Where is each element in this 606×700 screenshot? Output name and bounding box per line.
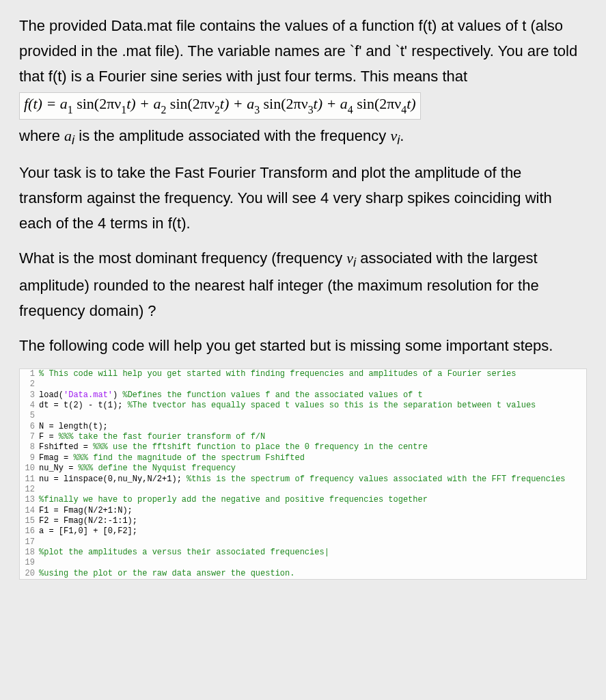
code-line: 13%finally we have to properly add the n…: [20, 495, 586, 505]
where-end: .: [400, 127, 404, 144]
t2-tail: t) +: [220, 95, 247, 112]
where-pre: where: [19, 127, 64, 144]
line-number: 9: [20, 453, 39, 463]
line-number: 3: [20, 390, 39, 401]
code-line: 15F2 = Fmag(N/2:-1:1);: [20, 516, 586, 526]
formula-lhs: f(t) =: [24, 95, 60, 112]
code-line: 8Fshifted = %%% use the fftshift functio…: [20, 442, 586, 453]
line-number: 20: [20, 569, 39, 579]
code-text: %using the plot or the raw data answer t…: [39, 569, 586, 579]
t1-tail: t) +: [126, 95, 153, 112]
code-line: 3load('Data.mat') %Defines the function …: [20, 390, 586, 401]
code-text: N = length(t);: [39, 422, 586, 432]
document-page: The provided Data.mat file contains the …: [0, 0, 606, 600]
code-line: 10nu_Ny = %%% define the Nyquist frequen…: [20, 463, 586, 474]
t4-a: a: [340, 95, 348, 112]
code-line: 20%using the plot or the raw data answer…: [20, 569, 586, 579]
t4-sin: sin(2πν: [353, 95, 402, 112]
line-number: 1: [20, 369, 39, 379]
t2-nu-sub: 2: [215, 104, 220, 116]
line-number: 16: [20, 526, 39, 537]
line-number: 14: [20, 506, 39, 516]
where-mid: is the amplitude associated with the fre…: [74, 127, 390, 144]
paragraph-question: What is the most dominant frequency (fre…: [19, 246, 587, 324]
code-text: [39, 379, 586, 390]
t4-nu-sub: 4: [401, 104, 407, 116]
code-text: dt = t(2) - t(1); %The tvector has equal…: [39, 401, 586, 411]
line-number: 5: [20, 411, 39, 421]
ai-a: a: [64, 127, 72, 144]
code-text: % This code will help you get started wi…: [39, 369, 586, 379]
code-text: a = [F1,0] + [0,F2];: [39, 526, 586, 537]
code-line: 18%plot the amplitudes a versus their as…: [20, 548, 586, 558]
code-text: [39, 537, 586, 548]
code-line: 16a = [F1,0] + [0,F2];: [20, 526, 586, 537]
vi-v: v: [390, 127, 397, 144]
t4-tail: t): [407, 95, 415, 112]
line-number: 2: [20, 379, 39, 390]
code-line: 17: [20, 537, 586, 548]
line-number: 7: [20, 432, 39, 442]
t1-nu-sub: 1: [121, 104, 126, 116]
code-text: [39, 558, 586, 568]
code-text: %finally we have to properly add the neg…: [39, 495, 586, 505]
code-line: 11nu = linspace(0,nu_Ny,N/2+1); %this is…: [20, 474, 586, 485]
code-line: 14F1 = Fmag(N/2+1:N);: [20, 506, 586, 516]
line-number: 6: [20, 422, 39, 432]
code-line: 1% This code will help you get started w…: [20, 369, 586, 379]
code-text: Fshifted = %%% use the fftshift function…: [39, 442, 586, 453]
code-text: [39, 485, 586, 495]
line-number: 10: [20, 463, 39, 474]
code-text: F2 = Fmag(N/2:-1:1);: [39, 516, 586, 526]
line-number: 15: [20, 516, 39, 526]
line-number: 8: [20, 442, 39, 453]
paragraph-code-intro: The following code will help you get sta…: [19, 334, 587, 359]
t3-sin: sin(2πν: [260, 95, 308, 112]
intro-text: The provided Data.mat file contains the …: [19, 17, 577, 85]
t1-sin: sin(2πν: [73, 95, 122, 112]
code-line: 9Fmag = %%% find the magnitude of the sp…: [20, 453, 586, 463]
formula-box: f(t) = a1 sin(2πν1t) + a2 sin(2πν2t) + a…: [19, 92, 421, 120]
t4-sub: 4: [348, 104, 353, 116]
code-text: F = %%% take the fast fourier transform …: [39, 432, 586, 442]
code-line: 4dt = t(2) - t(1); %The tvector has equa…: [20, 401, 586, 411]
line-number: 19: [20, 558, 39, 568]
code-text: nu = linspace(0,nu_Ny,N/2+1); %this is t…: [39, 474, 586, 485]
paragraph-task: Your task is to take the Fast Fourier Tr…: [19, 161, 587, 237]
code-line: 7F = %%% take the fast fourier transform…: [20, 432, 586, 442]
line-number: 13: [20, 495, 39, 505]
code-line: 2: [20, 379, 586, 390]
t3-nu-sub: 3: [308, 104, 314, 116]
code-text: Fmag = %%% find the magnitude of the spe…: [39, 453, 586, 463]
code-text: F1 = Fmag(N/2+1:N);: [39, 506, 586, 516]
t3-sub: 3: [254, 104, 260, 116]
t3-a: a: [247, 95, 254, 112]
paragraph-intro: The provided Data.mat file contains the …: [19, 14, 587, 151]
code-line: 12: [20, 485, 586, 495]
q-pre: What is the most dominant frequency (fre…: [19, 250, 346, 267]
t2-sub: 2: [161, 104, 166, 116]
t2-a: a: [153, 95, 161, 112]
line-number: 18: [20, 548, 39, 558]
q-v: v: [346, 250, 353, 267]
line-number: 12: [20, 485, 39, 495]
code-block: 1% This code will help you get started w…: [19, 368, 587, 580]
line-number: 4: [20, 401, 39, 411]
t2-sin: sin(2πν: [166, 95, 215, 112]
t1-sub: 1: [68, 104, 73, 116]
code-text: nu_Ny = %%% define the Nyquist frequency: [39, 463, 586, 474]
code-line: 19: [20, 558, 586, 568]
code-text: load('Data.mat') %Defines the function v…: [39, 390, 586, 401]
code-text: [39, 411, 586, 421]
line-number: 17: [20, 537, 39, 548]
code-line: 6N = length(t);: [20, 422, 586, 432]
t3-tail: t) +: [314, 95, 340, 112]
code-text: %plot the amplitudes a versus their asso…: [39, 548, 586, 558]
line-number: 11: [20, 474, 39, 485]
code-line: 5: [20, 411, 586, 421]
t1-a: a: [60, 95, 68, 112]
